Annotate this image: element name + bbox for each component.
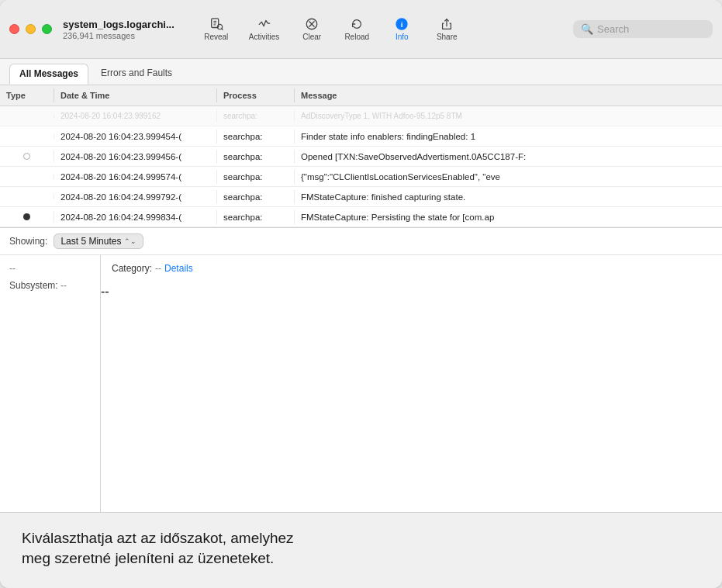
info-button[interactable]: i Info: [382, 14, 422, 44]
row-process: searchpa:: [217, 210, 295, 224]
titlebar: system_logs.logarchi... 236,941 messages…: [0, 0, 722, 59]
table-row[interactable]: 2024-08-20 16:04:23.999454-( searchpa: F…: [0, 126, 722, 147]
table-body: 2024-08-20 16:04:23.999162 searchpa: AdD…: [0, 106, 722, 227]
category-label: Category:: [112, 263, 152, 274]
detail-content: -- Subsystem: -- Category: -- Details --: [0, 255, 722, 512]
maximize-button[interactable]: [42, 24, 52, 34]
table-row[interactable]: 2024-08-20 16:04:24.999574-( searchpa: {…: [0, 167, 722, 187]
annotation: Kiválaszthatja azt az időszakot, amelyhe…: [0, 512, 722, 588]
showing-value: Last 5 Minutes: [60, 236, 121, 247]
row-process: searchpa:: [217, 190, 295, 204]
row-process: searchpa:: [217, 150, 295, 164]
detail-subsystem: Subsystem: --: [9, 280, 91, 291]
minimize-button[interactable]: [26, 24, 36, 34]
category-line: Category: -- Details: [112, 263, 711, 274]
row-type: [0, 195, 54, 199]
close-button[interactable]: [9, 24, 19, 34]
table-row[interactable]: 2024-08-20 16:04:24.999834-( searchpa: F…: [0, 207, 722, 227]
clear-icon: [305, 17, 319, 31]
row-type: [0, 175, 54, 179]
row-datetime: 2024-08-20 16:04:24.999834-(: [54, 210, 217, 224]
row-datetime: 2024-08-20 16:04:23.999454-(: [54, 130, 217, 144]
row-message: FMStateCapture: Persisting the state for…: [295, 210, 722, 224]
reload-label: Reload: [344, 33, 369, 41]
window-title: system_logs.logarchi...: [63, 19, 174, 30]
log-type-dot-filled: [23, 213, 30, 220]
showing-label: Showing:: [9, 236, 47, 247]
col-type: Type: [0, 88, 54, 102]
activities-icon: [257, 17, 271, 31]
showing-select[interactable]: Last 5 Minutes ⌃⌄: [54, 233, 143, 249]
row-type: [0, 150, 54, 162]
title-section: system_logs.logarchi... 236,941 messages: [63, 19, 174, 40]
reveal-icon: [209, 17, 223, 31]
detail-panel: Showing: Last 5 Minutes ⌃⌄ -- Subsystem:…: [0, 227, 722, 512]
log-table: Type Date & Time Process Message 2024-08…: [0, 85, 722, 227]
row-type: [0, 134, 54, 139]
detail-dash: --: [9, 263, 91, 274]
tab-all-messages[interactable]: All Messages: [9, 64, 88, 85]
detail-left: -- Subsystem: --: [0, 255, 101, 512]
col-process: Process: [217, 88, 295, 102]
annotation-text: Kiválaszthatja azt az időszakot, amelyhe…: [22, 528, 700, 569]
svg-line-5: [222, 29, 223, 29]
row-message: {"msg":"CLClientIsLocationServicesEnable…: [295, 170, 722, 184]
share-button[interactable]: Share: [427, 14, 467, 44]
activities-label: Activities: [249, 33, 279, 41]
col-message: Message: [295, 88, 722, 102]
row-datetime: 2024-08-20 16:04:23.999162: [54, 109, 217, 123]
row-type: [0, 114, 54, 119]
table-row[interactable]: 2024-08-20 16:04:23.999162 searchpa: AdD…: [0, 106, 722, 126]
row-datetime: 2024-08-20 16:04:23.999456-(: [54, 150, 217, 164]
log-type-dot-empty: [23, 153, 30, 160]
reveal-label: Reveal: [204, 33, 228, 41]
row-message: AdDiscoveryType 1, WITH Adfoo-95.12p5 8T…: [295, 109, 722, 123]
search-icon: 🔍: [581, 23, 593, 35]
showing-bar: Showing: Last 5 Minutes ⌃⌄: [0, 228, 722, 255]
table-header: Type Date & Time Process Message: [0, 85, 722, 106]
info-label: Info: [396, 33, 409, 41]
main-window: system_logs.logarchi... 236,941 messages…: [0, 0, 722, 588]
row-process: searchpa:: [217, 170, 295, 184]
tabs-bar: All Messages Errors and Faults: [0, 59, 722, 85]
traffic-lights: [9, 24, 52, 34]
svg-text:i: i: [401, 20, 403, 29]
chevron-down-icon: ⌃⌄: [124, 237, 136, 245]
col-datetime: Date & Time: [54, 88, 217, 102]
row-process: searchpa:: [217, 109, 295, 123]
row-process: searchpa:: [217, 130, 295, 144]
row-message: Finder state info enablers: findingEnabl…: [295, 130, 722, 144]
category-value: --: [155, 263, 161, 274]
subsystem-value: --: [60, 280, 67, 291]
table-row[interactable]: 2024-08-20 16:04:24.999792-( searchpa: F…: [0, 187, 722, 207]
detail-right-wrapper: Category: -- Details --: [101, 255, 722, 512]
reveal-button[interactable]: Reveal: [196, 14, 237, 44]
clear-button[interactable]: Clear: [292, 14, 332, 44]
row-datetime: 2024-08-20 16:04:24.999574-(: [54, 170, 217, 184]
row-type: [0, 211, 54, 223]
share-label: Share: [437, 33, 458, 41]
search-box[interactable]: 🔍: [573, 20, 713, 38]
info-icon: i: [395, 17, 409, 31]
row-message: FMStateCapture: finished capturing state…: [295, 190, 722, 204]
table-row[interactable]: 2024-08-20 16:04:23.999456-( searchpa: O…: [0, 147, 722, 167]
toolbar: Reveal Activities: [196, 14, 573, 44]
details-link[interactable]: Details: [164, 263, 193, 274]
reload-button[interactable]: Reload: [337, 14, 377, 44]
window-subtitle: 236,941 messages: [63, 31, 174, 40]
row-message: Opened [TXN:SaveObservedAdvertisment.0A5…: [295, 150, 722, 164]
clear-label: Clear: [302, 33, 321, 41]
reload-icon: [350, 17, 364, 31]
right-value: --: [101, 285, 109, 298]
activities-button[interactable]: Activities: [241, 14, 287, 44]
row-datetime: 2024-08-20 16:04:24.999792-(: [54, 190, 217, 204]
tab-errors-faults[interactable]: Errors and Faults: [92, 64, 181, 85]
search-input[interactable]: [597, 23, 705, 35]
share-icon: [440, 17, 454, 31]
detail-right: Category: -- Details: [101, 255, 722, 285]
subsystem-label: Subsystem:: [9, 280, 58, 291]
